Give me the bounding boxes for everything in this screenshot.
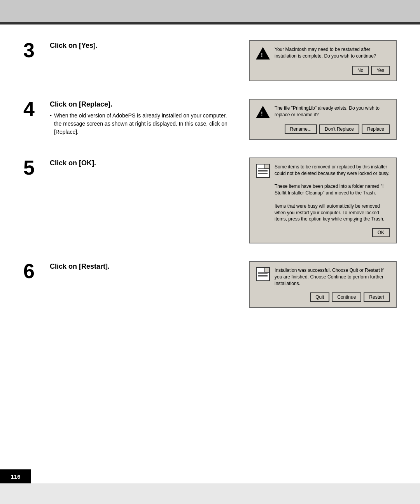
- step-6-restart-button[interactable]: Restart: [364, 292, 390, 302]
- step-6-content: Click on [Restart].: [50, 261, 233, 274]
- step-3-dialog-buttons: No Yes: [256, 66, 390, 75]
- page-number-bar: 116: [0, 469, 31, 483]
- step-5-title: Click on [OK].: [50, 159, 233, 167]
- content-area: 3 Click on [Yes]. Your Macintosh may nee…: [0, 24, 420, 483]
- warning-triangle-icon: [256, 47, 270, 60]
- step-4-number: 4: [23, 99, 43, 119]
- step-6-mac-dialog: Installation was successful. Choose Quit…: [249, 261, 397, 308]
- step-5-ok-button[interactable]: OK: [372, 228, 390, 237]
- step-5-left: 5 Click on [OK].: [23, 158, 233, 178]
- step-6-quit-button[interactable]: Quit: [310, 292, 329, 302]
- step-5-number: 5: [23, 158, 43, 178]
- step-6-title: Click on [Restart].: [50, 262, 233, 271]
- page-number: 116: [10, 473, 20, 480]
- step-4-body: • When the old version of AdobePS is alr…: [50, 112, 233, 136]
- step-3-content: Click on [Yes].: [50, 40, 233, 53]
- step-6-left: 6 Click on [Restart].: [23, 261, 233, 281]
- step-4-dialog-inner: The file "PrintingLib" already exists. D…: [256, 105, 390, 119]
- step-4-title: Click on [Replace].: [50, 100, 233, 108]
- step-4-content: Click on [Replace]. • When the old versi…: [50, 99, 233, 136]
- step-6-continue-button[interactable]: Continue: [332, 292, 361, 302]
- doc-line-4: [258, 173, 268, 174]
- step-5-mac-dialog: Some items to be removed or replaced by …: [249, 158, 397, 243]
- step-3-dialog-text: Your Macintosh may need to be restarted …: [275, 46, 390, 60]
- step-3-dialog: Your Macintosh may need to be restarted …: [249, 40, 397, 81]
- top-bar: [0, 0, 420, 23]
- doc-line-2: [258, 273, 268, 274]
- doc-line-2: [258, 170, 268, 171]
- step-5-dialog-inner: Some items to be removed or replaced by …: [256, 164, 390, 222]
- step-6-dialog-inner: Installation was successful. Choose Quit…: [256, 267, 390, 287]
- step-5-dialog-buttons: OK: [256, 228, 390, 237]
- step-4-dialog: The file "PrintingLib" already exists. D…: [249, 99, 397, 140]
- document-icon-2: [256, 267, 270, 281]
- doc-line-3: [258, 275, 268, 276]
- step-4-dialog-buttons: Rename... Don't Replace Replace: [256, 124, 390, 134]
- step-4-mac-dialog: The file "PrintingLib" already exists. D…: [249, 99, 397, 140]
- step-4-warning-icon: [256, 105, 270, 119]
- step-4-body-text: When the old version of AdobePS is alrea…: [54, 112, 233, 136]
- bullet-dot: •: [50, 112, 52, 136]
- step-4-bullet: • When the old version of AdobePS is alr…: [50, 112, 233, 136]
- step-4-rename-button[interactable]: Rename...: [285, 124, 317, 134]
- step-5-row: 5 Click on [OK].: [23, 158, 397, 243]
- doc-line-1: [258, 168, 268, 169]
- step-4-left: 4 Click on [Replace]. • When the old ver…: [23, 99, 233, 136]
- step-3-row: 3 Click on [Yes]. Your Macintosh may nee…: [23, 40, 397, 81]
- step-4-dont-replace-button[interactable]: Don't Replace: [319, 124, 359, 134]
- step-3-dialog-inner: Your Macintosh may need to be restarted …: [256, 46, 390, 60]
- doc-icon-lines-2: [257, 268, 269, 279]
- step-5-dialog-text: Some items to be removed or replaced by …: [275, 164, 390, 222]
- step-5-content: Click on [OK].: [50, 158, 233, 170]
- step-5-dialog: Some items to be removed or replaced by …: [249, 158, 397, 243]
- doc-icon-lines: [257, 164, 269, 175]
- step-3-mac-dialog: Your Macintosh may need to be restarted …: [249, 40, 397, 81]
- warning-triangle-icon-2: [256, 106, 270, 118]
- step-5-text-line1: Some items to be removed or replaced by …: [275, 164, 389, 176]
- step-3-yes-button[interactable]: Yes: [371, 66, 390, 75]
- step-5-text-line2: These items have been placed into a fold…: [275, 184, 383, 196]
- step-4-dialog-text: The file "PrintingLib" already exists. D…: [275, 105, 390, 118]
- doc-line-3: [258, 172, 268, 172]
- step-3-number: 3: [23, 40, 43, 60]
- step-6-dialog-buttons: Quit Continue Restart: [256, 292, 390, 302]
- step-6-doc-icon: [256, 267, 270, 281]
- step-6-dialog-text: Installation was successful. Choose Quit…: [275, 267, 390, 287]
- step-5-text-line3: Items that were busy will automatically …: [275, 203, 384, 222]
- step-4-replace-button[interactable]: Replace: [362, 124, 390, 134]
- step-3-title: Click on [Yes].: [50, 42, 233, 50]
- step-3-no-button[interactable]: No: [352, 66, 369, 75]
- step-4-row: 4 Click on [Replace]. • When the old ver…: [23, 99, 397, 140]
- step-6-dialog: Installation was successful. Choose Quit…: [249, 261, 397, 308]
- document-icon: [256, 164, 270, 178]
- step-6-number: 6: [23, 261, 43, 281]
- step-6-row: 6 Click on [Restart].: [23, 261, 397, 308]
- step-3-left: 3 Click on [Yes].: [23, 40, 233, 60]
- step-3-warning-icon: [256, 46, 270, 60]
- step-5-doc-icon: [256, 164, 270, 178]
- doc-line-4: [258, 276, 268, 277]
- doc-line-1: [258, 272, 268, 273]
